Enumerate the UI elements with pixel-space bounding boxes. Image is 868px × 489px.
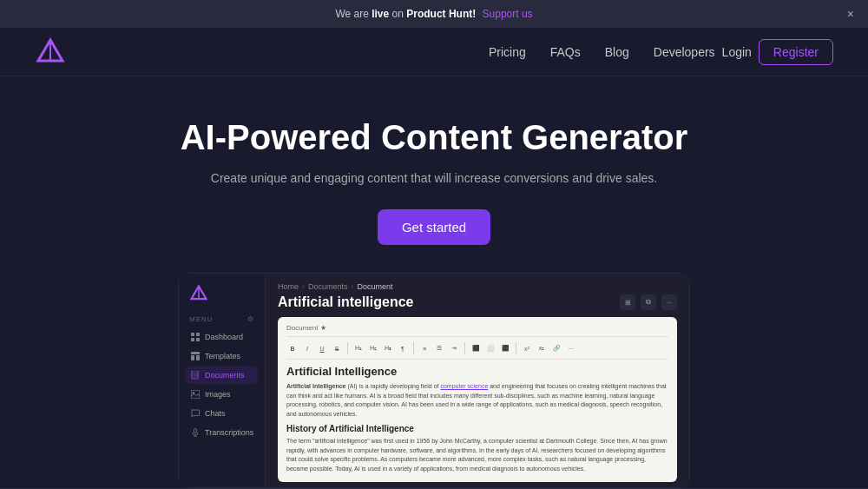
- bold-btn[interactable]: B: [286, 342, 299, 354]
- breadcrumb-home[interactable]: Home: [278, 282, 299, 291]
- support-link[interactable]: Support us: [483, 8, 533, 20]
- nav-developers[interactable]: Developers: [654, 45, 715, 59]
- underline-btn[interactable]: U: [316, 342, 328, 354]
- hero-section: AI-Powered Content Generator Create uniq…: [0, 76, 868, 273]
- toolbar-sep-1: [347, 342, 348, 354]
- transcriptions-label: Transcriptions: [205, 428, 253, 437]
- superscript-btn[interactable]: x²: [521, 342, 533, 354]
- sidebar-item-documents[interactable]: Documents: [186, 367, 258, 384]
- svg-rect-10: [196, 355, 200, 360]
- live-badge: live: [372, 8, 389, 20]
- align-left-btn[interactable]: ⬛: [470, 342, 482, 354]
- align-right-btn[interactable]: ⬛: [499, 342, 511, 354]
- ul-btn[interactable]: ≡: [418, 342, 431, 354]
- ol-btn[interactable]: ☰: [433, 342, 445, 354]
- toolbar-sep-2: [413, 342, 414, 354]
- main-nav: Pricing FAQs Blog Developers Login Regis…: [0, 28, 868, 76]
- h1-btn[interactable]: H₁: [352, 342, 365, 354]
- menu-settings-icon[interactable]: ⚙: [247, 315, 254, 323]
- editor-header: Document ★: [286, 324, 668, 337]
- h3-btn[interactable]: H₃: [382, 342, 394, 354]
- section-body: The term "artificial intelligence" was f…: [286, 437, 668, 473]
- sidebar-logo: [186, 284, 258, 307]
- register-button[interactable]: Register: [759, 39, 833, 65]
- logo-icon: [35, 36, 66, 68]
- copy-button[interactable]: ⧉: [641, 294, 656, 310]
- subscript-btn[interactable]: x₂: [536, 342, 548, 354]
- breadcrumb: Home › Documents › Document: [266, 274, 689, 294]
- image-icon: [191, 390, 200, 399]
- platform-name: Product Hunt!: [406, 8, 476, 20]
- login-button[interactable]: Login: [722, 45, 752, 59]
- nav-pricing[interactable]: Pricing: [489, 45, 526, 59]
- grid-icon: [191, 333, 200, 341]
- get-started-button[interactable]: Get started: [378, 209, 490, 245]
- svg-rect-5: [196, 333, 200, 336]
- doc-title-bar: Artificial intelligence ⊞ ⧉ ···: [266, 294, 689, 317]
- more-format-btn[interactable]: ···: [565, 342, 577, 354]
- nav-links: Pricing FAQs Blog Developers: [489, 44, 715, 60]
- sidebar-item-dashboard[interactable]: Dashboard: [186, 328, 258, 346]
- announcement-bar: We are live on Product Hunt! Support us …: [0, 0, 868, 28]
- mic-icon: [191, 428, 200, 437]
- link-btn[interactable]: 🔗: [550, 342, 562, 354]
- doc-actions: ⊞ ⧉ ···: [620, 294, 677, 310]
- close-button[interactable]: ×: [847, 7, 854, 21]
- svg-rect-6: [191, 338, 194, 341]
- strikethrough-btn[interactable]: S: [331, 342, 343, 354]
- hero-title: AI-Powered Content Generator: [17, 118, 851, 157]
- images-label: Images: [205, 390, 231, 399]
- sidebar-item-images[interactable]: Images: [186, 386, 258, 403]
- toolbar: B I U S H₁ H₂ H₃ ¶ ≡ ☰ ⇥ ⬛ ⬜ ⬛: [286, 342, 668, 360]
- hero-subtitle: Create unique and engaging content that …: [17, 171, 851, 185]
- documents-label: Documents: [205, 371, 245, 380]
- italic-btn[interactable]: I: [301, 342, 313, 354]
- h4-btn[interactable]: ¶: [397, 342, 409, 354]
- svg-rect-17: [194, 429, 197, 433]
- section-title: History of Artificial Intelligence: [286, 424, 668, 433]
- toolbar-sep-4: [516, 342, 516, 354]
- svg-rect-7: [196, 338, 200, 341]
- doc-title: Artificial intelligence: [278, 294, 413, 310]
- nav-blog[interactable]: Blog: [605, 45, 629, 59]
- share-button[interactable]: ⊞: [620, 294, 635, 310]
- sidebar-item-chats[interactable]: Chats: [186, 405, 258, 422]
- toolbar-sep-3: [464, 342, 465, 354]
- breadcrumb-current: Document: [358, 282, 393, 291]
- nav-faqs[interactable]: FAQs: [550, 45, 581, 59]
- announcement-text: We are live on Product Hunt! Support us: [335, 8, 532, 20]
- chats-label: Chats: [205, 409, 226, 418]
- breadcrumb-documents[interactable]: Documents: [308, 282, 348, 291]
- more-button[interactable]: ···: [661, 294, 677, 310]
- svg-rect-8: [191, 352, 200, 354]
- logo: [35, 36, 66, 68]
- dashboard-label: Dashboard: [205, 333, 243, 341]
- editor-body: Artificial Intelligence (AI) is a rapidl…: [286, 382, 668, 419]
- indent-btn[interactable]: ⇥: [448, 342, 460, 354]
- chat-icon: [191, 409, 200, 418]
- sidebar: MENU ⚙ Dashboard Templates: [179, 274, 266, 487]
- svg-rect-9: [191, 355, 194, 360]
- document-icon: [191, 371, 200, 380]
- menu-label: MENU ⚙: [186, 315, 258, 323]
- editor-title: Artificial Intelligence: [286, 365, 668, 378]
- app-preview: MENU ⚙ Dashboard Templates: [178, 273, 690, 488]
- main-content: Home › Documents › Document Artificial i…: [266, 274, 689, 487]
- template-icon: [191, 352, 200, 360]
- sidebar-item-templates[interactable]: Templates: [186, 347, 258, 365]
- sidebar-item-transcriptions[interactable]: Transcriptions: [186, 424, 258, 441]
- align-center-btn[interactable]: ⬜: [484, 342, 496, 354]
- h2-btn[interactable]: H₂: [367, 342, 379, 354]
- templates-label: Templates: [205, 352, 240, 360]
- svg-rect-4: [191, 333, 194, 336]
- svg-rect-11: [192, 371, 198, 379]
- doc-label-tag: Document ★: [286, 324, 326, 332]
- editor-area[interactable]: Document ★ B I U S H₁ H₂ H₃ ¶ ≡ ☰ ⇥: [278, 317, 677, 482]
